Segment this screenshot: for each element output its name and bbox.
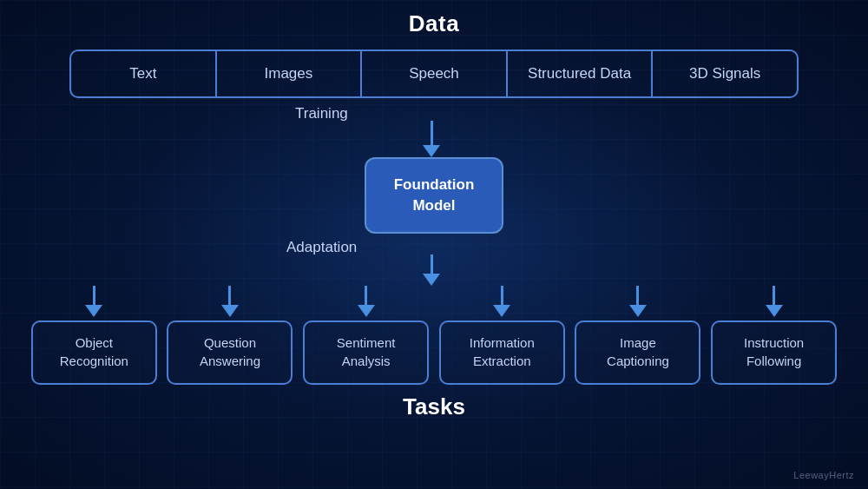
- task-arrow-head-4: [629, 305, 647, 317]
- task-box-object-recognition: ObjectRecognition: [31, 320, 157, 385]
- task-arrow-line-0: [93, 286, 95, 305]
- watermark: LeewayHertz: [793, 470, 854, 480]
- task-box-question-answering: QuestionAnswering: [167, 320, 293, 385]
- task-arrow-col-0: [85, 286, 102, 317]
- task-arrow-col-1: [221, 286, 239, 317]
- task-box-information-extraction: InformationExtraction: [439, 320, 565, 385]
- task-box-sentiment-analysis: SentimentAnalysis: [303, 320, 429, 385]
- foundation-model-box: FoundationModel: [365, 157, 504, 234]
- task-box-image-captioning: ImageCaptioning: [575, 320, 700, 385]
- task-arrow-head-3: [493, 305, 510, 317]
- task-arrows: [17, 286, 851, 317]
- data-source-text: Text: [71, 51, 217, 96]
- task-arrow-line-5: [773, 286, 775, 305]
- adaptation-arrow-head: [423, 274, 440, 286]
- task-arrow-head-1: [221, 305, 239, 317]
- adaptation-arrow-line: [431, 254, 433, 274]
- task-box-instruction-following: InstructionFollowing: [711, 320, 837, 385]
- task-arrow-line-2: [365, 286, 367, 305]
- task-arrow-col-4: [629, 286, 647, 317]
- foundation-model-label: FoundationModel: [394, 176, 475, 214]
- task-arrow-col-2: [358, 286, 375, 317]
- training-arrow-line: [431, 121, 433, 145]
- tasks-title: Tasks: [403, 393, 465, 420]
- task-arrow-line-4: [636, 286, 639, 305]
- tasks-section: ObjectRecognitionQuestionAnsweringSentim…: [17, 286, 851, 385]
- data-source-3d-signals: 3D Signals: [653, 51, 797, 96]
- tasks-row: ObjectRecognitionQuestionAnsweringSentim…: [17, 320, 851, 385]
- diagram: Data TextImagesSpeechStructured Data3D S…: [0, 0, 868, 489]
- task-arrow-head-0: [85, 305, 102, 317]
- task-arrow-head-5: [766, 305, 783, 317]
- training-label: Training: [295, 105, 348, 122]
- task-arrow-line-3: [501, 286, 503, 305]
- page-title: Data: [409, 10, 459, 37]
- task-arrow-head-2: [358, 305, 375, 317]
- task-arrow-line-1: [228, 286, 231, 305]
- data-sources-row: TextImagesSpeechStructured Data3D Signal…: [69, 50, 799, 98]
- data-source-structured-data: Structured Data: [508, 51, 654, 96]
- task-arrow-col-3: [493, 286, 510, 317]
- task-arrow-col-5: [766, 286, 783, 317]
- data-source-speech: Speech: [362, 51, 508, 96]
- adaptation-label: Adaptation: [286, 239, 357, 256]
- data-source-images: Images: [217, 51, 363, 96]
- training-arrow-head: [423, 145, 440, 157]
